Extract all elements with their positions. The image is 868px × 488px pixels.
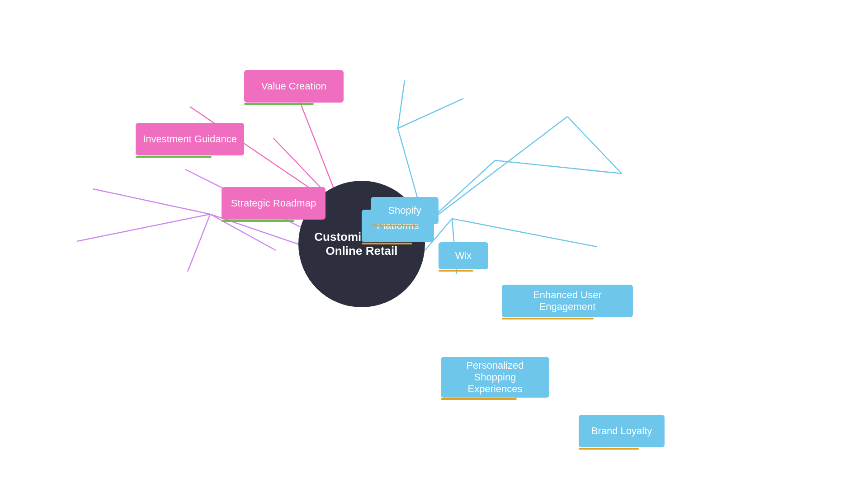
svg-line-5: [398, 99, 463, 128]
node-enhanced-user-engagement: Enhanced User Engagement: [502, 285, 633, 317]
svg-line-9: [567, 117, 622, 174]
node-strategic-roadmap: Strategic Roadmap: [222, 187, 326, 220]
node-investment-guidance: Investment Guidance: [136, 123, 244, 155]
svg-line-18: [188, 214, 210, 272]
node-brand-loyalty: Brand Loyalty: [579, 415, 665, 447]
node-wix: Wix: [439, 242, 488, 269]
svg-line-15: [93, 189, 210, 214]
node-value-creation: Value Creation: [244, 70, 344, 103]
svg-line-6: [425, 117, 567, 225]
svg-line-17: [210, 214, 276, 250]
connections-svg: [0, 0, 868, 488]
mind-map: Customization in Online Retail Value Cre…: [0, 0, 868, 488]
svg-line-16: [77, 214, 210, 241]
svg-line-4: [398, 80, 405, 128]
node-shopify: Shopify: [371, 197, 439, 224]
node-personalized-shopping: Personalized Shopping Experiences: [441, 357, 549, 398]
svg-line-8: [495, 160, 622, 174]
